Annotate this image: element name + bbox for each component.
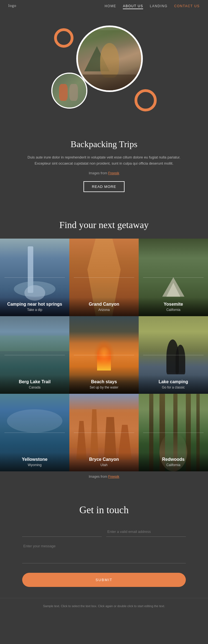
grid-divider (4, 277, 65, 278)
grid-divider (143, 433, 204, 433)
grid-overlay-hot-springs: Camping near hot springs Take a dip (0, 297, 69, 316)
grid-subtitle-berg-lake: Canada (4, 385, 65, 389)
hero-small-photo (51, 73, 87, 109)
grid-title-berg-lake: Berg Lake Trail (4, 379, 65, 384)
logo: logo (8, 4, 16, 8)
grid-title-yosemite: Yosemite (143, 302, 204, 307)
grid-subtitle-redwoods: California (143, 463, 204, 467)
grid-overlay-redwoods: Redwoods California (139, 453, 208, 471)
grid-title-beach-stays: Beach stays (74, 379, 134, 384)
grid-subtitle-hot-springs: Take a dip (4, 308, 65, 312)
hero-main-photo (76, 25, 143, 92)
nav-home[interactable]: HOME (105, 4, 116, 8)
navbar: logo HOME ABOUT US LANDING CONTACT US (0, 0, 208, 12)
nav-landing[interactable]: LANDING (150, 4, 168, 8)
grid-overlay-berg-lake: Berg Lake Trail Canada (0, 375, 69, 394)
grid-subtitle-grand-canyon: Arizona (74, 308, 134, 312)
grid-subtitle-lake-camping: Go for a classic (143, 385, 204, 389)
contact-name-input[interactable] (22, 527, 102, 537)
grid-overlay-beach-stays: Beach stays Set up by the water (69, 375, 139, 394)
nav-contact[interactable]: CONTACT US (174, 4, 200, 8)
grid-item-bryce-canyon[interactable]: Bryce Canyon Utah (69, 394, 139, 471)
backpacking-title: Backpacking Trips (22, 139, 186, 149)
contact-form-row-1 (22, 527, 186, 537)
getaway-grid: Camping near hot springs Take a dip Gran… (0, 239, 208, 471)
grid-title-bryce-canyon: Bryce Canyon (74, 457, 134, 462)
grid-item-yosemite[interactable]: Yosemite California (139, 239, 208, 316)
nav-about[interactable]: ABOUT US (123, 4, 143, 9)
grid-divider (143, 355, 204, 355)
grid-title-redwoods: Redwoods (143, 457, 204, 462)
grid-item-berg-lake[interactable]: Berg Lake Trail Canada (0, 316, 69, 394)
contact-title: Get in touch (22, 504, 186, 516)
grid-overlay-lake-camping: Lake camping Go for a classic (139, 375, 208, 394)
grid-divider (74, 355, 134, 355)
grid-divider (4, 433, 65, 433)
backpacking-section: Backpacking Trips Duis aute irure dolor … (0, 134, 208, 206)
grid-subtitle-yellowstone: Wyoming (4, 463, 65, 467)
footer-note: Sample text. Click to select the text bo… (0, 598, 208, 617)
grid-item-redwoods[interactable]: Redwoods California (139, 394, 208, 471)
contact-email-input[interactable] (106, 527, 186, 537)
grid-subtitle-beach-stays: Set up by the water (74, 385, 134, 389)
backpacking-description: Duis aute irure dolor in reprehenderit i… (22, 154, 186, 167)
grid-divider (143, 277, 204, 278)
contact-message-textarea[interactable] (22, 541, 186, 563)
read-more-button[interactable]: READ MORE (83, 181, 125, 192)
contact-submit-button[interactable]: SUBMIT (22, 573, 186, 587)
grid-overlay-grand-canyon: Grand Canyon Arizona (69, 297, 139, 316)
grid-title-hot-springs: Camping near hot springs (4, 302, 65, 307)
getaway-credit: Images from Freepik (0, 471, 208, 482)
getaway-title: Find your next getaway (0, 220, 208, 230)
grid-overlay-yellowstone: Yellowstone Wyoming (0, 453, 69, 471)
grid-item-hot-springs[interactable]: Camping near hot springs Take a dip (0, 239, 69, 316)
hero-section (0, 12, 208, 134)
grid-subtitle-bryce-canyon: Utah (74, 463, 134, 467)
hero-circles (43, 23, 165, 117)
orange-ring-bottomright (135, 89, 157, 111)
grid-item-yellowstone[interactable]: Yellowstone Wyoming (0, 394, 69, 471)
grid-divider (74, 433, 134, 433)
orange-ring-topleft (54, 28, 73, 48)
grid-title-grand-canyon: Grand Canyon (74, 302, 134, 307)
grid-divider (4, 355, 65, 355)
freepik-link-2[interactable]: Freepik (108, 475, 119, 479)
grid-item-grand-canyon[interactable]: Grand Canyon Arizona (69, 239, 139, 316)
grid-title-lake-camping: Lake camping (143, 379, 204, 384)
contact-section: Get in touch SUBMIT (0, 487, 208, 598)
nav-links: HOME ABOUT US LANDING CONTACT US (105, 3, 200, 8)
backpacking-credit: Images from Freepik (22, 170, 186, 176)
freepik-link-1[interactable]: Freepik (108, 171, 119, 175)
grid-title-yellowstone: Yellowstone (4, 457, 65, 462)
grid-divider (74, 277, 134, 278)
grid-subtitle-yosemite: California (143, 308, 204, 312)
getaway-section: Find your next getaway Camping near hot … (0, 206, 208, 487)
grid-overlay-yosemite: Yosemite California (139, 297, 208, 316)
grid-item-beach-stays[interactable]: Beach stays Set up by the water (69, 316, 139, 394)
grid-item-lake-camping[interactable]: Lake camping Go for a classic (139, 316, 208, 394)
grid-overlay-bryce-canyon: Bryce Canyon Utah (69, 453, 139, 471)
